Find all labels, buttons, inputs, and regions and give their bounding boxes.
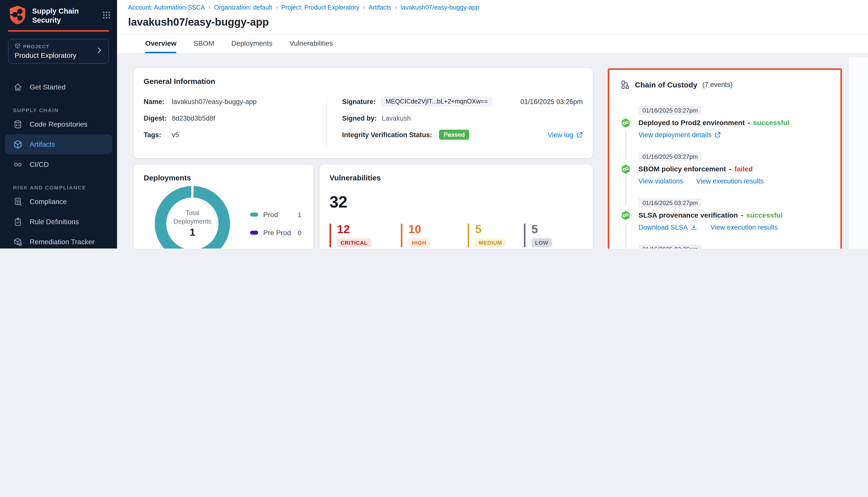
sidebar-nav: Get Started SUPPLY CHAIN Code Repositori… bbox=[0, 77, 117, 248]
sidebar-item-artifacts[interactable]: Artifacts bbox=[5, 134, 112, 154]
integrity-label: Integrity Verification Status: bbox=[342, 131, 432, 139]
artifact-name: lavakush07/easy-buggy-app bbox=[172, 98, 257, 105]
view-deployment-details-link[interactable]: View deployment details bbox=[638, 131, 721, 139]
breadcrumb-separator: › bbox=[208, 3, 211, 11]
brand: Supply Chain Security bbox=[0, 0, 117, 27]
tab-vulnerabilities[interactable]: Vulnerabilities bbox=[289, 39, 333, 53]
breadcrumb-project[interactable]: Project: Product Exploratory bbox=[281, 4, 359, 11]
sidebar-item-label: Artifacts bbox=[30, 140, 55, 148]
severity-critical: 12 CRITICAL bbox=[330, 224, 401, 247]
sidebar-item-label: Compliance bbox=[30, 198, 67, 205]
legend-value: 0 bbox=[298, 229, 303, 237]
event-status: successful bbox=[746, 211, 783, 219]
deployments-card: Deployments Total Deployments 1 Prod 1 bbox=[134, 164, 314, 248]
signature-value[interactable]: MEQCICde2VjIT...bL+2+mqnOXw== bbox=[381, 97, 493, 106]
link-label: View deployment details bbox=[638, 131, 711, 139]
breadcrumb-separator: › bbox=[363, 3, 365, 11]
sidebar: Supply Chain Security PROJECT bbox=[0, 0, 117, 248]
shield-logo-icon bbox=[8, 5, 27, 27]
sidebar-item-label: Get Started bbox=[30, 83, 66, 91]
legend-value: 1 bbox=[298, 211, 303, 218]
event-timeline: 01/16/2025 03:27pm Deployed to Prod2 env… bbox=[620, 105, 829, 248]
sidebar-item-get-started[interactable]: Get Started bbox=[5, 77, 112, 97]
download-slsa-link[interactable]: Download SLSA bbox=[638, 224, 697, 231]
tab-overview[interactable]: Overview bbox=[145, 39, 176, 53]
separator: - bbox=[748, 118, 750, 127]
sidebar-item-cicd[interactable]: CI/CD bbox=[5, 154, 112, 174]
low-badge: LOW bbox=[532, 238, 552, 247]
view-log-label: View log bbox=[548, 131, 573, 139]
link-label: View execution results bbox=[710, 224, 778, 231]
sidebar-item-label: Rule Definitions bbox=[30, 217, 79, 226]
event-timestamp: 01/16/2025 03:27pm bbox=[638, 106, 702, 115]
card-title: Deployments bbox=[144, 173, 303, 182]
event-title-text: Deployed to Prod2 environment bbox=[638, 118, 745, 127]
high-count: 10 bbox=[408, 224, 468, 235]
vulnerabilities-total: 32 bbox=[330, 193, 583, 212]
clipboard-check-icon bbox=[13, 217, 23, 226]
severity-row: 12 CRITICAL 10 HIGH 5 MEDIUM 5 LOW bbox=[330, 224, 583, 247]
view-execution-results-link[interactable]: View execution results bbox=[710, 224, 778, 231]
download-icon bbox=[691, 224, 697, 231]
event-timestamp: 01/16/2025 03:27pm bbox=[638, 152, 702, 161]
critical-count: 12 bbox=[337, 224, 401, 235]
chevron-right-icon bbox=[97, 47, 102, 55]
tab-sbom[interactable]: SBOM bbox=[194, 39, 214, 53]
card-title: General Information bbox=[144, 77, 583, 85]
signed-by-label: Signed by: bbox=[342, 114, 377, 122]
tags-label: Tags: bbox=[144, 131, 170, 139]
view-execution-results-link[interactable]: View execution results bbox=[696, 178, 764, 185]
breadcrumb-separator: › bbox=[395, 3, 397, 11]
event-title-text: SLSA provenance verification bbox=[638, 211, 738, 219]
timeline-event: 01/16/2025 03:27pm Deployed to Prod2 env… bbox=[620, 105, 829, 139]
event-title: SBOM policy enforcement - failed bbox=[638, 165, 829, 173]
app-window: Supply Chain Security PROJECT bbox=[0, 0, 868, 248]
sidebar-item-remediation-tracker[interactable]: Remediation Tracker bbox=[5, 232, 112, 248]
project-cube-icon bbox=[15, 43, 20, 50]
right-rail bbox=[848, 57, 868, 248]
project-label: PROJECT bbox=[23, 43, 49, 49]
integrity-status-badge: Passed bbox=[439, 130, 469, 140]
box-check-icon bbox=[13, 237, 23, 246]
event-timestamp: 01/16/2025 03:27pm bbox=[638, 199, 702, 208]
project-selector[interactable]: PROJECT Product Exploratory bbox=[8, 39, 109, 64]
app-grid-icon[interactable] bbox=[102, 11, 111, 22]
digest-label: Digest: bbox=[144, 114, 170, 122]
name-label: Name: bbox=[144, 98, 170, 105]
event-title-text: SBOM policy enforcement bbox=[638, 165, 726, 173]
view-log-link[interactable]: View log bbox=[548, 131, 583, 139]
timeline-event: 01/16/2025 03:27pm SBOM policy enforceme… bbox=[620, 152, 829, 185]
breadcrumb-artifact[interactable]: lavakush07/easy-buggy-app bbox=[401, 4, 479, 11]
breadcrumb-artifacts[interactable]: Artifacts bbox=[369, 4, 391, 11]
chain-of-custody-panel: Chain of Custody (7 events) 01/16/2025 0… bbox=[608, 68, 842, 248]
external-link-icon bbox=[714, 132, 721, 138]
code-repo-icon bbox=[13, 119, 23, 129]
link-label: View execution results bbox=[696, 178, 764, 185]
home-icon bbox=[13, 82, 23, 92]
event-title: Deployed to Prod2 environment - successf… bbox=[638, 118, 829, 127]
general-information-card: General Information Name:lavakush07/easy… bbox=[134, 68, 593, 158]
card-title: Vulnerabilities bbox=[330, 173, 583, 182]
tab-deployments[interactable]: Deployments bbox=[231, 39, 272, 53]
vulnerabilities-card: Vulnerabilities 32 12 CRITICAL 10 HIGH 5… bbox=[319, 164, 593, 248]
project-name: Product Exploratory bbox=[15, 51, 97, 59]
severity-high: 10 HIGH bbox=[401, 224, 468, 247]
breadcrumb-account[interactable]: Account: Automation-SSCA bbox=[128, 4, 205, 11]
event-status: failed bbox=[734, 165, 753, 173]
cube-icon bbox=[13, 140, 23, 149]
donut-total-value: 1 bbox=[190, 227, 195, 239]
breadcrumb: Account: Automation-SSCA › Organization:… bbox=[128, 3, 857, 11]
signature-label: Signature: bbox=[342, 98, 376, 105]
sidebar-item-rule-definitions[interactable]: Rule Definitions bbox=[5, 212, 112, 232]
sidebar-item-code-repositories[interactable]: Code Repositories bbox=[5, 114, 112, 134]
high-badge: HIGH bbox=[408, 238, 430, 247]
deployments-legend: Prod 1 Pre Prod 0 bbox=[250, 211, 303, 237]
view-violations-link[interactable]: View violations bbox=[638, 178, 683, 185]
legend-item-prod: Prod 1 bbox=[250, 211, 303, 218]
sidebar-item-compliance[interactable]: Compliance bbox=[5, 191, 112, 212]
legend-label: Pre Prod bbox=[263, 229, 291, 237]
tab-bar: Overview SBOM Deployments Vulnerabilitie… bbox=[117, 35, 868, 54]
donut-center-label: Total Deployments bbox=[170, 209, 215, 226]
breadcrumb-org[interactable]: Organization: default bbox=[214, 4, 272, 11]
separator: - bbox=[741, 211, 743, 219]
